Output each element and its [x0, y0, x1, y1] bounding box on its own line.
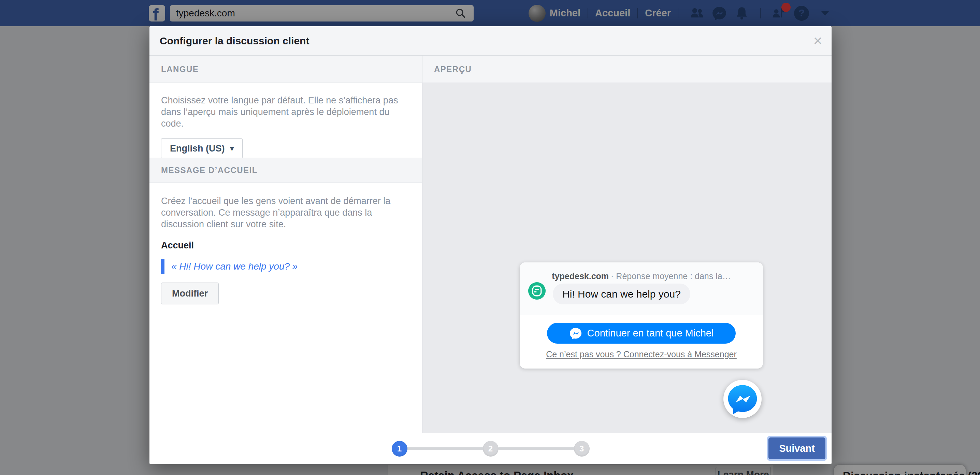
continue-as-label: Continuer en tant que Michel: [587, 327, 714, 339]
chat-card-top: typedesk.com· Réponse moyenne : dans la…: [520, 262, 763, 315]
edit-greeting-button[interactable]: Modifier: [161, 283, 219, 304]
preview-area: typedesk.com· Réponse moyenne : dans la…: [422, 83, 832, 433]
response-meta: · Réponse moyenne : dans la…: [611, 271, 731, 281]
greeting-section-header: MESSAGE D’ACCUEIL: [150, 158, 422, 183]
chevron-down-icon: ▾: [230, 145, 234, 153]
greeting-bubble: Hi! How can we help you?: [553, 284, 690, 304]
typedesk-avatar: [528, 282, 546, 300]
step-2[interactable]: 2: [483, 441, 498, 457]
messenger-bubble-icon: [569, 327, 582, 340]
settings-column: LANGUE Choisissez votre langue par défau…: [150, 56, 422, 433]
continue-as-button[interactable]: Continuer en tant que Michel: [547, 323, 736, 344]
modal-body: LANGUE Choisissez votre langue par défau…: [150, 56, 832, 433]
messenger-fab-icon: [727, 383, 759, 415]
language-section: Choisissez votre langue par défaut. Elle…: [150, 83, 422, 158]
language-description: Choisissez votre langue par défaut. Elle…: [161, 95, 410, 129]
language-dropdown[interactable]: English (US) ▾: [161, 138, 243, 159]
customer-chat-setup-modal: Configurer la discussion client ✕ LANGUE…: [150, 26, 832, 464]
page-name: typedesk.com: [552, 271, 609, 281]
typedesk-logo-icon: [528, 282, 546, 300]
step-connector: [498, 447, 574, 450]
greeting-quote: « Hi! How can we help you? »: [161, 259, 410, 274]
next-button[interactable]: Suivant: [768, 437, 826, 459]
screen: f Michel Accueil Créer: [0, 0, 980, 475]
greeting-field-label: Accueil: [161, 240, 410, 251]
greeting-description: Créez l’accueil que les gens voient avan…: [161, 195, 410, 230]
messenger-fab[interactable]: [724, 380, 762, 418]
chat-preview-card: typedesk.com· Réponse moyenne : dans la…: [520, 262, 763, 369]
stepper: 1 2 3: [392, 441, 590, 457]
close-icon[interactable]: ✕: [813, 35, 823, 47]
step-3[interactable]: 3: [574, 441, 590, 457]
step-connector: [407, 447, 483, 450]
not-you-link[interactable]: Ce n’est pas vous ? Connectez-vous à Mes…: [546, 349, 737, 359]
chat-card-bottom: Continuer en tant que Michel Ce n’est pa…: [520, 315, 763, 359]
language-section-header: LANGUE: [150, 56, 422, 83]
quote-bar: [161, 259, 164, 274]
modal-header: Configurer la discussion client ✕: [150, 26, 832, 56]
modal-footer: 1 2 3 Suivant: [150, 433, 832, 464]
chat-card-header: typedesk.com· Réponse moyenne : dans la…: [520, 271, 763, 281]
language-dropdown-value: English (US): [170, 143, 225, 154]
modal-title: Configurer la discussion client: [160, 35, 309, 47]
step-1[interactable]: 1: [392, 441, 407, 457]
greeting-quote-text: « Hi! How can we help you? »: [171, 261, 298, 272]
greeting-section: Créez l’accueil que les gens voient avan…: [150, 183, 422, 304]
preview-section-label: APERÇU: [434, 65, 472, 74]
preview-section-header: APERÇU: [422, 56, 832, 83]
greeting-section-label: MESSAGE D’ACCUEIL: [161, 165, 258, 175]
preview-column: APERÇU typedesk.com· Réponse moyenne : d…: [422, 56, 832, 433]
language-section-label: LANGUE: [161, 65, 199, 74]
